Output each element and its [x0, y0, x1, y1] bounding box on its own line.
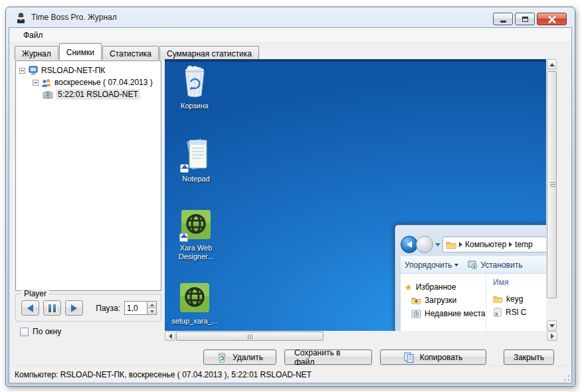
thumb-grip	[250, 334, 250, 340]
window-title: Time Boss Pro. Журнал	[31, 13, 117, 22]
spin-up-icon	[150, 304, 154, 306]
users-icon	[41, 78, 52, 88]
file-name: keyg	[506, 294, 523, 304]
desktop-icon-notepad: Notepad	[170, 138, 222, 183]
by-window-label: По окну	[33, 327, 61, 336]
breadcrumb-folder: temp	[515, 240, 533, 249]
file-row-rsl: RSl C	[493, 306, 546, 319]
by-window-checkbox[interactable]	[20, 328, 29, 336]
scroll-up-button[interactable]	[547, 59, 557, 70]
viewer-horizontal-scrollbar[interactable]	[165, 331, 557, 342]
explorer-content: ★ Избранное Загрузки	[401, 274, 546, 331]
snapshot-tree: RSLOAD-NET-ПК воскресенье ( 07.04.2013 )	[15, 60, 161, 291]
scroll-left-icon	[169, 334, 172, 339]
computer-icon	[28, 66, 39, 76]
nav-item-label: Избранное	[416, 282, 456, 292]
spin-down-button[interactable]	[147, 308, 156, 314]
horizontal-scroll-thumb[interactable]	[176, 332, 324, 341]
star-icon: ★	[405, 282, 413, 292]
menu-file[interactable]: Файл	[19, 29, 47, 41]
file-row-keygen: keyg	[493, 292, 546, 306]
nav-item-favorites: ★ Избранное	[405, 280, 486, 294]
desktop-icon-label: Корзина	[181, 102, 209, 110]
scroll-right-icon	[551, 334, 554, 339]
snapshot-viewer: Корзина Notepad	[165, 59, 557, 342]
camera-icon	[43, 90, 53, 100]
setup-globe-icon	[179, 282, 210, 313]
collapse-icon[interactable]	[19, 68, 25, 74]
close-dialog-button[interactable]: Закрыть	[504, 349, 554, 365]
thumb-grip	[550, 184, 555, 185]
install-icon	[468, 260, 478, 270]
copy-button[interactable]: Копировать	[380, 349, 486, 365]
delete-button[interactable]: Удалить	[203, 349, 276, 365]
minimize-icon	[500, 21, 506, 23]
explorer-nav-pane: ★ Избранное Загрузки	[401, 274, 486, 331]
breadcrumb-separator-icon	[509, 242, 512, 247]
previous-snapshot-button[interactable]	[21, 300, 39, 316]
previous-icon	[27, 304, 33, 312]
column-header-name: Имя	[493, 278, 546, 287]
address-field: Компьютер temp	[442, 237, 546, 252]
tree-node-snapshot[interactable]: 5:22:01 RSLOAD-NET	[17, 88, 159, 100]
nav-item-label: Загрузки	[425, 296, 456, 305]
tab-strip: Журнал Снимки Статистика Суммарная стати…	[9, 43, 571, 60]
delete-bin-icon	[217, 352, 227, 363]
by-window-option[interactable]: По окну	[20, 327, 61, 336]
folder-icon	[446, 241, 456, 249]
vertical-scroll-thumb[interactable]	[547, 71, 557, 298]
viewer-vertical-scrollbar[interactable]	[546, 59, 557, 331]
history-dropdown-icon	[435, 243, 440, 246]
shortcut-arrow-icon	[180, 164, 189, 173]
save-to-file-button[interactable]: Сохранить в файл	[284, 349, 372, 365]
shortcut-file-icon	[493, 308, 502, 317]
tab-snapshots[interactable]: Снимки	[59, 43, 102, 60]
maximize-icon	[522, 17, 528, 22]
scroll-down-button[interactable]	[547, 320, 557, 331]
tree-node-label: RSLOAD-NET-ПК	[41, 66, 105, 75]
collapse-icon[interactable]	[33, 80, 39, 86]
tree-node-day[interactable]: воскресенье ( 07.04.2013 )	[17, 76, 159, 88]
spin-up-button[interactable]	[147, 302, 156, 308]
close-button[interactable]	[537, 13, 567, 25]
resize-grip[interactable]	[563, 375, 570, 381]
copy-icon	[404, 352, 415, 363]
organize-label: Упорядочить	[405, 260, 452, 270]
spin-down-icon	[150, 310, 154, 313]
minimize-button[interactable]	[493, 13, 513, 25]
shortcut-arrow-icon	[179, 233, 188, 242]
tab-summary-statistics[interactable]: Суммарная статистика	[159, 46, 259, 60]
desktop-icon-label: Notepad	[182, 175, 210, 183]
menu-bar: Файл	[9, 28, 571, 43]
pause-button[interactable]	[43, 300, 61, 316]
status-text: Компьютер: RSLOAD-NET-ПК, воскресенье ( …	[15, 370, 312, 379]
tree-node-computer[interactable]: RSLOAD-NET-ПК	[17, 64, 159, 76]
recent-places-icon	[411, 310, 421, 318]
pause-interval-label: Пауза:	[96, 304, 120, 313]
title-bar[interactable]: Time Boss Pro. Журнал	[6, 7, 575, 27]
tab-statistics[interactable]: Статистика	[102, 46, 159, 60]
file-name: RSl C	[506, 308, 526, 317]
scroll-up-icon	[549, 63, 555, 66]
player-group-title: Player	[21, 289, 49, 298]
explorer-toolbar: Упорядочить Установить	[401, 256, 546, 274]
breadcrumb-separator-icon	[459, 242, 462, 247]
tab-journal[interactable]: Журнал	[15, 46, 58, 60]
pause-icon	[47, 304, 57, 313]
nav-item-recent: Недавние места	[405, 307, 486, 320]
desktop-icon-recycle-bin: Корзина	[169, 64, 221, 110]
back-arrow-icon	[407, 241, 412, 248]
app-icon	[15, 12, 27, 23]
close-button-label: Закрыть	[514, 353, 544, 362]
desktop-icon-label: setup_xara_...	[171, 317, 218, 326]
desktop-icon-xara: Xara Web Designer...	[170, 209, 222, 261]
recycle-bin-icon	[179, 64, 210, 98]
next-snapshot-button[interactable]	[65, 300, 83, 316]
pause-interval-input[interactable]	[124, 301, 147, 315]
scroll-left-button[interactable]	[165, 332, 175, 341]
maximize-button[interactable]	[515, 13, 535, 25]
scroll-down-icon	[549, 324, 555, 328]
footer-buttons: Удалить Сохранить в файл Копировать Закр…	[9, 349, 571, 365]
scroll-right-button[interactable]	[547, 332, 557, 341]
organize-menu: Упорядочить	[405, 260, 458, 270]
